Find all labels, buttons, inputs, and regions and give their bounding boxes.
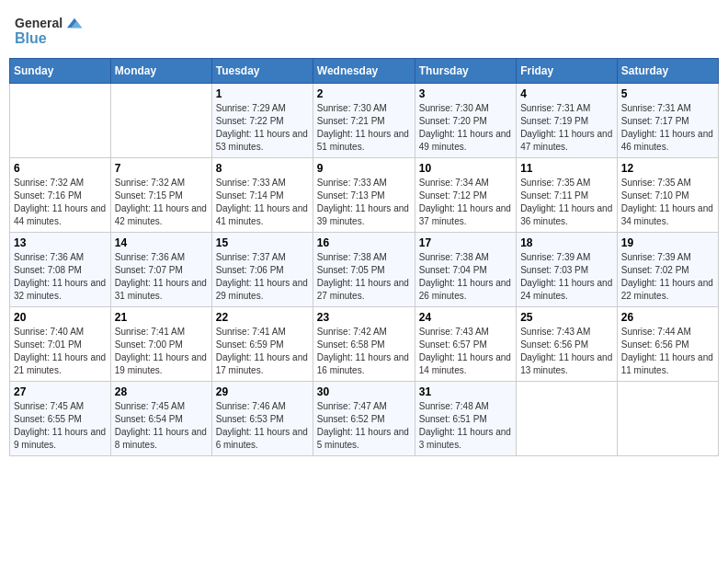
day-info: Sunrise: 7:35 AMSunset: 7:11 PMDaylight:… (520, 177, 613, 228)
day-info: Sunrise: 7:39 AMSunset: 7:02 PMDaylight:… (621, 251, 714, 303)
calendar-cell: 27Sunrise: 7:45 AMSunset: 6:55 PMDayligh… (10, 382, 111, 456)
day-info: Sunrise: 7:37 AMSunset: 7:06 PMDaylight:… (216, 251, 309, 303)
calendar-cell: 2Sunrise: 7:30 AMSunset: 7:21 PMDaylight… (313, 84, 415, 158)
day-number: 30 (317, 385, 411, 398)
day-info: Sunrise: 7:42 AMSunset: 6:58 PMDaylight:… (317, 326, 411, 377)
day-info: Sunrise: 7:32 AMSunset: 7:16 PMDaylight:… (14, 177, 107, 228)
week-row-4: 20Sunrise: 7:40 AMSunset: 7:01 PMDayligh… (10, 307, 719, 382)
calendar-cell: 11Sunrise: 7:35 AMSunset: 7:11 PMDayligh… (517, 158, 618, 233)
header-row: SundayMondayTuesdayWednesdayThursdayFrid… (10, 59, 719, 84)
day-number: 22 (216, 311, 309, 324)
day-info: Sunrise: 7:31 AMSunset: 7:17 PMDaylight:… (621, 102, 714, 154)
day-number: 13 (14, 236, 107, 249)
column-header-sunday: Sunday (10, 59, 111, 84)
calendar-cell: 23Sunrise: 7:42 AMSunset: 6:58 PMDayligh… (313, 307, 415, 382)
calendar-cell: 10Sunrise: 7:34 AMSunset: 7:12 PMDayligh… (415, 158, 516, 233)
day-number: 25 (520, 311, 613, 324)
day-info: Sunrise: 7:43 AMSunset: 6:57 PMDaylight:… (419, 326, 512, 377)
logo-icon (64, 13, 85, 33)
column-header-thursday: Thursday (415, 59, 516, 84)
day-number: 19 (621, 236, 714, 249)
day-info: Sunrise: 7:36 AMSunset: 7:07 PMDaylight:… (115, 251, 208, 303)
day-number: 7 (115, 162, 208, 175)
day-info: Sunrise: 7:33 AMSunset: 7:13 PMDaylight:… (317, 177, 411, 228)
day-info: Sunrise: 7:40 AMSunset: 7:01 PMDaylight:… (14, 326, 107, 377)
day-number: 12 (621, 162, 714, 175)
day-info: Sunrise: 7:31 AMSunset: 7:19 PMDaylight:… (520, 102, 613, 154)
calendar-cell: 15Sunrise: 7:37 AMSunset: 7:06 PMDayligh… (211, 233, 313, 307)
day-number: 3 (419, 87, 512, 100)
day-number: 9 (317, 162, 411, 175)
day-info: Sunrise: 7:41 AMSunset: 6:59 PMDaylight:… (216, 326, 309, 377)
day-info: Sunrise: 7:32 AMSunset: 7:15 PMDaylight:… (115, 177, 208, 228)
day-info: Sunrise: 7:29 AMSunset: 7:22 PMDaylight:… (216, 102, 309, 154)
column-header-friday: Friday (517, 59, 618, 84)
calendar-cell: 20Sunrise: 7:40 AMSunset: 7:01 PMDayligh… (10, 307, 111, 382)
day-info: Sunrise: 7:38 AMSunset: 7:05 PMDaylight:… (317, 251, 411, 303)
day-number: 27 (14, 385, 107, 398)
column-header-saturday: Saturday (617, 59, 718, 84)
column-header-wednesday: Wednesday (313, 59, 415, 84)
calendar-cell: 22Sunrise: 7:41 AMSunset: 6:59 PMDayligh… (211, 307, 313, 382)
calendar-cell: 29Sunrise: 7:46 AMSunset: 6:53 PMDayligh… (211, 382, 313, 456)
calendar-cell: 6Sunrise: 7:32 AMSunset: 7:16 PMDaylight… (10, 158, 111, 233)
calendar-cell: 26Sunrise: 7:44 AMSunset: 6:56 PMDayligh… (617, 307, 718, 382)
day-info: Sunrise: 7:30 AMSunset: 7:20 PMDaylight:… (419, 102, 512, 154)
calendar-cell: 18Sunrise: 7:39 AMSunset: 7:03 PMDayligh… (517, 233, 618, 307)
logo: General Blue (15, 13, 85, 47)
week-row-2: 6Sunrise: 7:32 AMSunset: 7:16 PMDaylight… (10, 158, 719, 233)
calendar-cell (110, 84, 211, 158)
day-info: Sunrise: 7:45 AMSunset: 6:55 PMDaylight:… (14, 400, 107, 452)
day-info: Sunrise: 7:36 AMSunset: 7:08 PMDaylight:… (14, 251, 107, 303)
calendar-cell: 21Sunrise: 7:41 AMSunset: 7:00 PMDayligh… (110, 307, 211, 382)
day-info: Sunrise: 7:43 AMSunset: 6:56 PMDaylight:… (520, 326, 613, 377)
day-info: Sunrise: 7:30 AMSunset: 7:21 PMDaylight:… (317, 102, 411, 154)
day-number: 29 (216, 385, 309, 398)
day-number: 20 (14, 311, 107, 324)
calendar-cell: 4Sunrise: 7:31 AMSunset: 7:19 PMDaylight… (517, 84, 618, 158)
week-row-5: 27Sunrise: 7:45 AMSunset: 6:55 PMDayligh… (10, 382, 719, 456)
day-number: 28 (115, 385, 208, 398)
logo-blue-text: Blue (15, 29, 47, 47)
day-info: Sunrise: 7:35 AMSunset: 7:10 PMDaylight:… (621, 177, 714, 228)
week-row-1: 1Sunrise: 7:29 AMSunset: 7:22 PMDaylight… (10, 84, 719, 158)
day-info: Sunrise: 7:48 AMSunset: 6:51 PMDaylight:… (419, 400, 512, 452)
calendar-cell (10, 84, 111, 158)
calendar-cell: 25Sunrise: 7:43 AMSunset: 6:56 PMDayligh… (517, 307, 618, 382)
day-number: 5 (621, 87, 714, 100)
calendar-cell: 30Sunrise: 7:47 AMSunset: 6:52 PMDayligh… (313, 382, 415, 456)
calendar-table: SundayMondayTuesdayWednesdayThursdayFrid… (9, 58, 719, 456)
day-number: 15 (216, 236, 309, 249)
calendar-cell: 19Sunrise: 7:39 AMSunset: 7:02 PMDayligh… (617, 233, 718, 307)
day-number: 14 (115, 236, 208, 249)
calendar-cell: 24Sunrise: 7:43 AMSunset: 6:57 PMDayligh… (415, 307, 516, 382)
day-number: 11 (520, 162, 613, 175)
day-info: Sunrise: 7:38 AMSunset: 7:04 PMDaylight:… (419, 251, 512, 303)
day-info: Sunrise: 7:47 AMSunset: 6:52 PMDaylight:… (317, 400, 411, 452)
day-number: 21 (115, 311, 208, 324)
page-header: General Blue (9, 9, 719, 51)
day-number: 18 (520, 236, 613, 249)
day-info: Sunrise: 7:44 AMSunset: 6:56 PMDaylight:… (621, 326, 714, 377)
day-number: 1 (216, 87, 309, 100)
calendar-cell: 13Sunrise: 7:36 AMSunset: 7:08 PMDayligh… (10, 233, 111, 307)
calendar-cell: 12Sunrise: 7:35 AMSunset: 7:10 PMDayligh… (617, 158, 718, 233)
day-number: 8 (216, 162, 309, 175)
calendar-cell: 9Sunrise: 7:33 AMSunset: 7:13 PMDaylight… (313, 158, 415, 233)
calendar-cell: 7Sunrise: 7:32 AMSunset: 7:15 PMDaylight… (110, 158, 211, 233)
day-number: 2 (317, 87, 411, 100)
calendar-cell: 31Sunrise: 7:48 AMSunset: 6:51 PMDayligh… (415, 382, 516, 456)
day-info: Sunrise: 7:34 AMSunset: 7:12 PMDaylight:… (419, 177, 512, 228)
day-number: 23 (317, 311, 411, 324)
column-header-tuesday: Tuesday (211, 59, 313, 84)
day-number: 6 (14, 162, 107, 175)
calendar-cell: 8Sunrise: 7:33 AMSunset: 7:14 PMDaylight… (211, 158, 313, 233)
day-number: 31 (419, 385, 512, 398)
day-info: Sunrise: 7:41 AMSunset: 7:00 PMDaylight:… (115, 326, 208, 377)
calendar-cell (517, 382, 618, 456)
day-info: Sunrise: 7:39 AMSunset: 7:03 PMDaylight:… (520, 251, 613, 303)
calendar-cell: 16Sunrise: 7:38 AMSunset: 7:05 PMDayligh… (313, 233, 415, 307)
day-number: 4 (520, 87, 613, 100)
day-number: 16 (317, 236, 411, 249)
calendar-cell: 3Sunrise: 7:30 AMSunset: 7:20 PMDaylight… (415, 84, 516, 158)
